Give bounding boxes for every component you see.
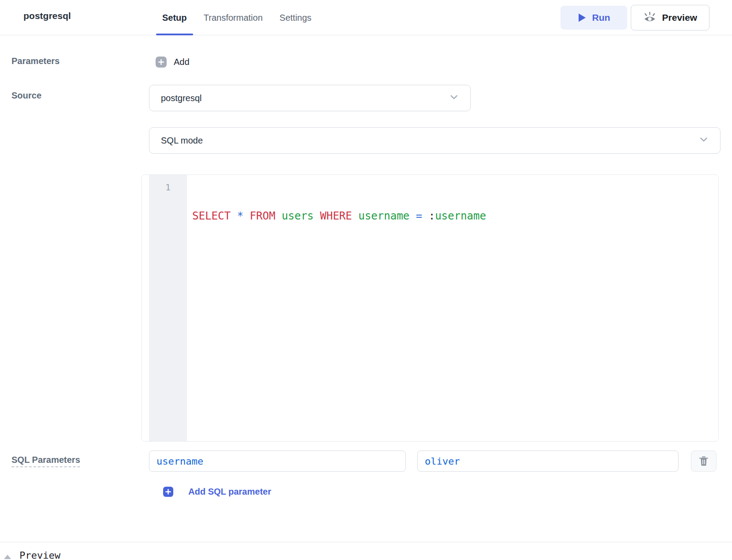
line-number: 1 <box>165 182 171 193</box>
trash-icon <box>699 456 709 466</box>
code-line: SELECT * FROM users WHERE username = :us… <box>192 209 718 223</box>
header-actions: Run Preview <box>560 0 709 35</box>
parameters-label: Parameters <box>11 56 60 66</box>
tab-transformation[interactable]: Transformation <box>204 0 263 35</box>
add-sql-parameter-button[interactable]: Add SQL parameter <box>163 487 271 497</box>
mode-select[interactable]: SQL mode <box>149 127 721 154</box>
tab-transformation-label: Transformation <box>204 13 263 23</box>
active-tab-underline <box>156 34 193 35</box>
chevron-down-icon <box>698 134 709 147</box>
sql-parameter-value-input[interactable] <box>417 450 679 472</box>
chevron-down-icon <box>448 91 460 105</box>
run-button[interactable]: Run <box>560 6 627 30</box>
editor-gutter: 1 <box>149 175 187 441</box>
add-parameter-label: Add <box>174 57 190 67</box>
tab-setup[interactable]: Setup <box>162 0 187 35</box>
sql-code-editor[interactable]: 1 SELECT * FROM users WHERE username = :… <box>141 174 719 442</box>
editor-left-pad <box>142 175 149 441</box>
preview-pane-header <box>0 542 732 560</box>
source-select[interactable]: postgresql <box>149 85 471 111</box>
preview-pane-label: Preview <box>19 550 61 560</box>
run-button-label: Run <box>592 12 610 23</box>
eye-icon <box>643 11 656 24</box>
editor-code-area[interactable]: SELECT * FROM users WHERE username = :us… <box>187 175 718 441</box>
source-select-value: postgresql <box>161 93 202 103</box>
preview-button-label: Preview <box>662 12 697 23</box>
plus-icon <box>156 57 167 68</box>
tab-settings[interactable]: Settings <box>279 0 311 35</box>
collapse-triangle-icon[interactable] <box>4 555 11 559</box>
tab-setup-label: Setup <box>162 13 187 23</box>
preview-button[interactable]: Preview <box>631 5 709 30</box>
query-editor-page: postgresql Setup Transformation Settings… <box>0 0 732 560</box>
source-label: Source <box>11 91 42 101</box>
add-sql-parameter-label: Add SQL parameter <box>188 487 271 497</box>
mode-select-value: SQL mode <box>161 136 203 146</box>
play-icon <box>578 13 587 23</box>
sql-parameters-label: SQL Parameters <box>11 455 80 465</box>
sql-parameters-label-text: SQL Parameters <box>11 455 80 467</box>
sql-parameter-name-input[interactable] <box>149 450 406 472</box>
tab-settings-label: Settings <box>279 13 311 23</box>
tab-bar: Setup Transformation Settings <box>162 0 312 35</box>
delete-sql-parameter-button[interactable] <box>691 450 717 472</box>
page-title: postgresql <box>23 11 71 21</box>
plus-icon <box>163 487 173 497</box>
add-parameter-button[interactable]: Add <box>156 57 190 68</box>
header: postgresql Setup Transformation Settings… <box>0 0 732 35</box>
